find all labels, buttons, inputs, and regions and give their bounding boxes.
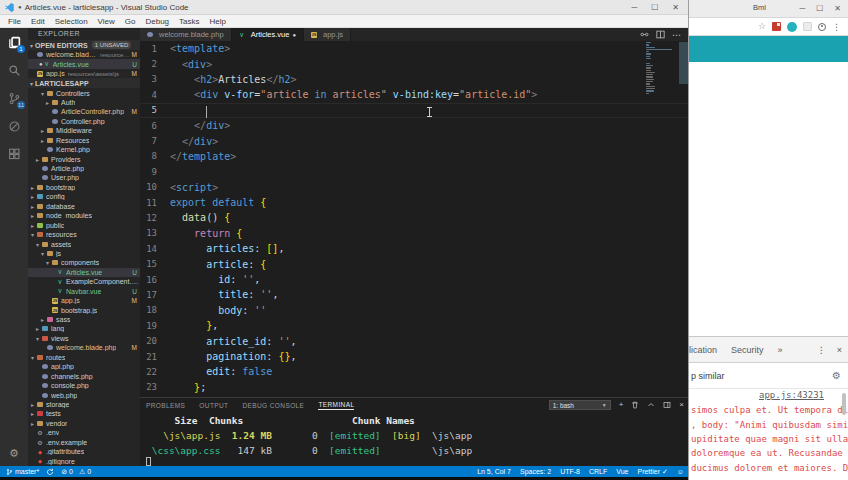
extensions-icon[interactable]: [0, 140, 28, 168]
code-line[interactable]: 2 <div>: [140, 56, 690, 71]
tree-item[interactable]: ▸bootstrap: [28, 183, 140, 192]
code-line[interactable]: 15 article: {: [140, 256, 690, 271]
debug-icon[interactable]: [0, 112, 28, 140]
code-line[interactable]: 1<template>: [140, 41, 690, 56]
tree-item[interactable]: ▾views: [28, 334, 140, 343]
tree-item[interactable]: ▸database: [28, 202, 140, 211]
menu-view[interactable]: View: [93, 17, 120, 26]
console-settings-gear-icon[interactable]: ⚙: [832, 370, 841, 381]
status-vue[interactable]: Vue: [616, 468, 628, 475]
code-line[interactable]: 16 id: '',: [140, 272, 690, 287]
status-spaces[interactable]: Spaces: 2: [520, 468, 551, 475]
tab-overflow-icon[interactable]: »: [778, 345, 783, 355]
tree-item[interactable]: console.php: [28, 381, 140, 390]
kill-terminal-icon[interactable]: [631, 401, 639, 409]
minimize-button[interactable]: ─: [631, 3, 637, 12]
close-panel-icon[interactable]: ×: [679, 401, 684, 409]
panel-tab-terminal[interactable]: TERMINAL: [318, 401, 354, 410]
console-scrollbar[interactable]: [842, 393, 846, 415]
tree-item[interactable]: User.php: [28, 173, 140, 182]
code-line[interactable]: 19 },: [140, 318, 690, 333]
vue-devtools-icon[interactable]: [787, 22, 797, 32]
code-line[interactable]: 7 </div>: [140, 133, 690, 148]
panel-layout-icon[interactable]: [663, 401, 671, 409]
code-line[interactable]: 12 data() {: [140, 210, 690, 225]
terminal-shell-select[interactable]: 1: bash▼: [549, 400, 611, 410]
open-changes-icon[interactable]: [640, 30, 649, 39]
code-line[interactable]: 14 articles: [],: [140, 241, 690, 256]
tree-item[interactable]: ◆.gitattributes: [28, 447, 140, 456]
sync-status[interactable]: [46, 468, 54, 476]
tree-item[interactable]: welcome.blade.phpM: [28, 343, 140, 352]
code-line[interactable]: 6 </div>: [140, 118, 690, 133]
code-line[interactable]: 4 <div v-for="article in articles" v-bin…: [140, 87, 690, 102]
tree-item[interactable]: ▸config: [28, 192, 140, 201]
menu-tasks[interactable]: Tasks: [174, 17, 204, 26]
code-line[interactable]: 22 edit: false: [140, 364, 690, 379]
browser-titlebar[interactable]: Bml ─ ☐ ✕: [689, 0, 848, 18]
tree-item[interactable]: ▸public: [28, 220, 140, 229]
code-line[interactable]: 8</template>: [140, 149, 690, 164]
console-filter-bar[interactable]: p similar ⚙: [689, 363, 848, 389]
tree-item[interactable]: web.php: [28, 390, 140, 399]
open-editor-item[interactable]: welcome.blade.phpresources\vi...M: [28, 50, 140, 59]
panel-tab-output[interactable]: OUTPUT: [199, 402, 228, 409]
code-line[interactable]: 20 article_id: '',: [140, 333, 690, 348]
tree-item[interactable]: VNavbar.vueU: [28, 287, 140, 296]
tree-item[interactable]: ▸vendor: [28, 419, 140, 428]
git-branch-status[interactable]: master*: [6, 468, 39, 476]
tree-item[interactable]: JSapp.jsM: [28, 296, 140, 305]
open-editors-header[interactable]: ▾ OPEN EDITORS 1 UNSAVED: [28, 40, 140, 50]
extension-icon-gray[interactable]: [803, 22, 812, 31]
code-line[interactable]: 9: [140, 164, 690, 179]
tree-item[interactable]: ▾resources: [28, 230, 140, 239]
code-line[interactable]: 13 return {: [140, 226, 690, 241]
bookmark-star-icon[interactable]: ☆: [758, 22, 766, 31]
code-line[interactable]: 10<script>: [140, 180, 690, 195]
code-line[interactable]: 5: [140, 103, 690, 118]
explorer-icon[interactable]: 1: [0, 28, 28, 56]
code-editor[interactable]: 1<template>2 <div>3 <h2>Articles</h2>4 <…: [140, 41, 690, 397]
code-line[interactable]: 18 body: '': [140, 303, 690, 318]
extension-icon-red[interactable]: [772, 22, 781, 31]
search-icon[interactable]: [0, 56, 28, 84]
browser-maximize-button[interactable]: ☐: [816, 4, 823, 13]
tree-item[interactable]: ▸lang: [28, 324, 140, 333]
status-ln[interactable]: Ln 5, Col 7: [477, 468, 511, 475]
code-line[interactable]: 3 <h2>Articles</h2>: [140, 72, 690, 87]
tree-item[interactable]: ArticleController.phpM: [28, 107, 140, 116]
browser-menu-icon[interactable]: ⋮: [832, 22, 841, 32]
tree-item[interactable]: ▾components: [28, 258, 140, 267]
devtools-tab-lication[interactable]: lication: [689, 345, 717, 355]
code-line[interactable]: 11export default {: [140, 195, 690, 210]
status-prettier[interactable]: Prettier ✓: [637, 468, 667, 476]
feedback-smiley-icon[interactable]: ☺: [677, 468, 684, 475]
open-editor-item[interactable]: ●VArticles.vueU: [28, 59, 140, 68]
editor-more-actions-icon[interactable]: ⋯: [672, 30, 682, 40]
project-header[interactable]: ▾ LARTICLESAPP: [28, 78, 140, 88]
source-control-icon[interactable]: 11: [0, 84, 28, 112]
menu-file[interactable]: File: [3, 17, 26, 26]
tree-item[interactable]: ⚙.env: [28, 428, 140, 437]
settings-gear-icon[interactable]: ⚙: [0, 447, 28, 460]
split-editor-icon[interactable]: [656, 30, 665, 39]
vscode-titlebar[interactable]: ● Articles.vue - larticlesapp - Visual S…: [0, 0, 690, 15]
tree-item[interactable]: ▾routes: [28, 353, 140, 362]
console-source-link[interactable]: app.js:43231: [759, 390, 824, 400]
panel-tab-problems[interactable]: PROBLEMS: [146, 402, 185, 409]
browser-minimize-button[interactable]: ─: [799, 4, 805, 13]
console-output[interactable]: app.js:43231 simos culpa et. Ut tempora …: [689, 389, 848, 480]
editor-tab-app.js[interactable]: JSapp.js: [304, 28, 351, 41]
tree-item[interactable]: ⚙.env.example: [28, 438, 140, 447]
menu-help[interactable]: Help: [205, 17, 231, 26]
close-button[interactable]: ✕: [672, 3, 679, 12]
tree-item[interactable]: VArticles.vueU: [28, 268, 140, 277]
open-editor-item[interactable]: JSapp.jsresources\assets\jsM: [28, 69, 140, 78]
code-line[interactable]: 21 pagination: {},: [140, 349, 690, 364]
tree-item[interactable]: ▾Controllers: [28, 88, 140, 97]
tree-item[interactable]: JSbootstrap.js: [28, 305, 140, 314]
tree-item[interactable]: Kernel.php: [28, 145, 140, 154]
profile-icon[interactable]: [818, 23, 826, 31]
editor-tab-Articles.vue[interactable]: VArticles.vue●: [232, 28, 304, 41]
devtools-menu-icon[interactable]: ⋮: [817, 345, 826, 355]
